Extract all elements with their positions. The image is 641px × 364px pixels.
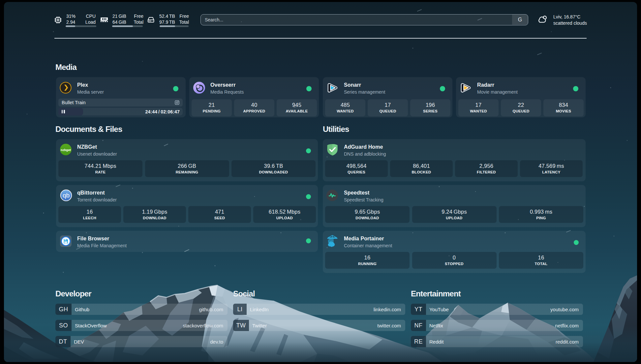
svg-text:qb: qb [63, 192, 70, 199]
svg-text:nzbget: nzbget [61, 148, 71, 152]
